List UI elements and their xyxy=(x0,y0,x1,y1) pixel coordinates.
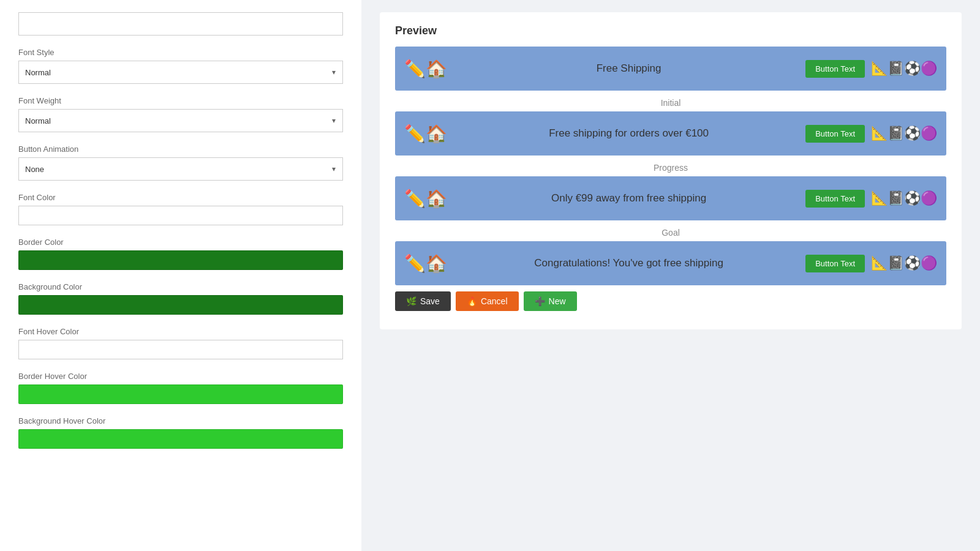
cancel-label: Cancel xyxy=(481,296,508,306)
banner-initial-text: Free shipping for orders over €100 xyxy=(452,127,805,140)
font-weight-select[interactable]: Normal Bold Bolder Lighter xyxy=(18,109,343,132)
banner-goal-button[interactable]: Button Text xyxy=(805,255,865,272)
font-color-label: Font Color xyxy=(18,193,343,202)
banner-progress: ✏️🏠 Only €99 away from free shipping But… xyxy=(395,176,946,220)
banner-goal-right-icons: 📐📓⚽🟣 xyxy=(871,255,937,271)
font-hover-color-group: Font Hover Color xyxy=(18,327,343,359)
border-color-label: Border Color xyxy=(18,238,343,247)
save-icon: 🌿 xyxy=(406,296,417,306)
banner-progress-right-icons: 📐📓⚽🟣 xyxy=(871,190,937,206)
banner-goal-text: Congratulations! You've got free shippin… xyxy=(452,257,805,269)
border-color-group: Border Color xyxy=(18,238,343,270)
new-label: New xyxy=(549,296,566,306)
border-hover-color-group: Border Hover Color xyxy=(18,372,343,404)
border-hover-color-label: Border Hover Color xyxy=(18,372,343,381)
banner-free-shipping-button[interactable]: Button Text xyxy=(805,60,865,78)
border-color-swatch[interactable] xyxy=(18,250,343,270)
font-style-group: Font Style Normal Italic Oblique xyxy=(18,48,343,84)
font-hover-color-label: Font Hover Color xyxy=(18,327,343,336)
font-color-swatch[interactable] xyxy=(18,206,343,225)
banner-goal-label: Goal xyxy=(395,228,946,238)
button-animation-select[interactable]: None Pulse Shake Bounce xyxy=(18,157,343,181)
banner-free-shipping-text: Free Shipping xyxy=(452,62,805,75)
preview-container: Preview ✏️🏠 Free Shipping Button Text 📐📓… xyxy=(380,12,962,329)
save-button[interactable]: 🌿 Save xyxy=(395,291,451,311)
button-animation-select-wrapper: None Pulse Shake Bounce xyxy=(18,157,343,181)
font-weight-group: Font Weight Normal Bold Bolder Lighter xyxy=(18,96,343,132)
font-color-group: Font Color xyxy=(18,193,343,225)
banner-section-goal: Goal ✏️🏠 Congratulations! You've got fre… xyxy=(395,228,946,285)
cancel-icon: 🔥 xyxy=(467,296,477,306)
font-style-select[interactable]: Normal Italic Oblique xyxy=(18,61,343,84)
left-panel: 12px Font Style Normal Italic Oblique Fo… xyxy=(0,0,361,551)
banner-initial-right-icons: 📐📓⚽🟣 xyxy=(871,126,937,141)
font-weight-label: Font Weight xyxy=(18,96,343,105)
button-animation-group: Button Animation None Pulse Shake Bounce xyxy=(18,144,343,181)
font-size-group: 12px xyxy=(18,12,343,36)
font-size-input[interactable]: 12px xyxy=(18,12,343,36)
background-hover-color-swatch[interactable] xyxy=(18,429,343,449)
background-color-swatch[interactable] xyxy=(18,295,343,315)
banner-progress-text: Only €99 away from free shipping xyxy=(452,192,805,204)
button-animation-label: Button Animation xyxy=(18,144,343,154)
font-style-label: Font Style xyxy=(18,48,343,57)
border-hover-color-swatch[interactable] xyxy=(18,384,343,404)
banner-progress-label: Progress xyxy=(395,163,946,173)
background-color-group: Background Color xyxy=(18,282,343,315)
new-button[interactable]: ➕ New xyxy=(524,291,577,311)
banner-free-shipping: ✏️🏠 Free Shipping Button Text 📐📓⚽🟣 xyxy=(395,47,946,91)
banner-initial-left-icons: ✏️🏠 xyxy=(404,124,447,144)
right-panel: Preview ✏️🏠 Free Shipping Button Text 📐📓… xyxy=(361,0,980,551)
banner-section-progress: Progress ✏️🏠 Only €99 away from free shi… xyxy=(395,163,946,220)
banner-goal-left-icons: ✏️🏠 xyxy=(404,253,447,274)
banner-progress-button[interactable]: Button Text xyxy=(805,190,865,208)
banner-right-icons: 📐📓⚽🟣 xyxy=(871,61,937,77)
save-label: Save xyxy=(420,296,440,306)
banner-progress-left-icons: ✏️🏠 xyxy=(404,189,447,209)
background-hover-color-label: Background Hover Color xyxy=(18,416,343,425)
font-style-select-wrapper: Normal Italic Oblique xyxy=(18,61,343,84)
banner-goal: ✏️🏠 Congratulations! You've got free shi… xyxy=(395,241,946,285)
banner-initial-button[interactable]: Button Text xyxy=(805,125,865,143)
cancel-button[interactable]: 🔥 Cancel xyxy=(456,291,519,311)
font-hover-color-swatch[interactable] xyxy=(18,340,343,359)
banner-section-free-shipping: ✏️🏠 Free Shipping Button Text 📐📓⚽🟣 xyxy=(395,47,946,91)
preview-title: Preview xyxy=(395,24,946,37)
background-color-label: Background Color xyxy=(18,282,343,291)
background-hover-color-group: Background Hover Color xyxy=(18,416,343,449)
banner-initial-label: Initial xyxy=(395,98,946,108)
banner-section-initial: Initial ✏️🏠 Free shipping for orders ove… xyxy=(395,98,946,156)
font-weight-select-wrapper: Normal Bold Bolder Lighter xyxy=(18,109,343,132)
banner-left-icons: ✏️🏠 xyxy=(404,59,447,79)
banner-initial: ✏️🏠 Free shipping for orders over €100 B… xyxy=(395,111,946,156)
action-buttons: 🌿 Save 🔥 Cancel ➕ New xyxy=(395,291,946,311)
new-icon: ➕ xyxy=(535,296,545,306)
